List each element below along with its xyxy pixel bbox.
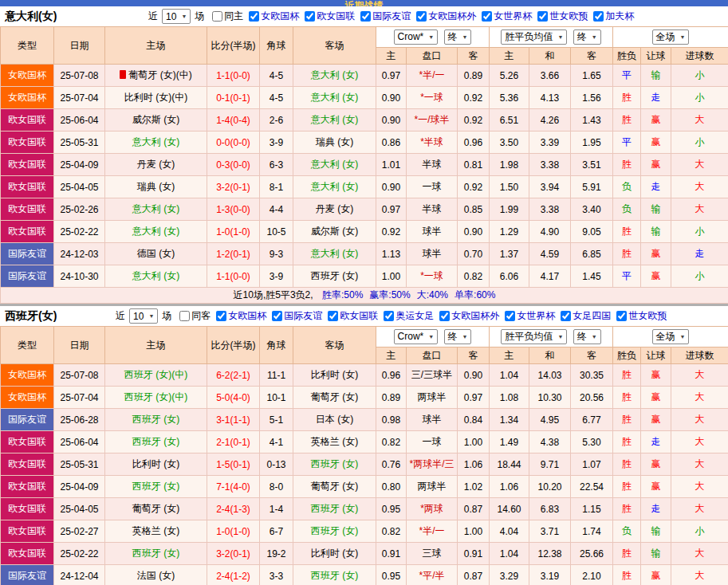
competition-checkbox[interactable] (561, 311, 571, 321)
competition-filter[interactable]: 国际友谊 (360, 10, 411, 23)
home-team-name[interactable]: 比利时 (女) (132, 458, 179, 469)
bookmaker-select[interactable]: Crow*▼ (394, 329, 439, 344)
competition-filter[interactable]: 女足四国 (561, 309, 611, 323)
home-team-name[interactable]: 丹麦 (女) (137, 159, 175, 170)
competition-filter[interactable]: 女欧国杯外 (416, 10, 476, 23)
home-team-name[interactable]: 瑞典 (女) (137, 181, 175, 192)
competition-filter[interactable]: 加夫杯 (593, 10, 634, 23)
competition-checkbox[interactable] (360, 11, 371, 22)
competition-filter[interactable]: 女世界杯 (482, 10, 532, 23)
odds-avg-select[interactable]: 胜平负均值▼ (501, 29, 567, 45)
competition-filter[interactable]: 女欧国杯 (216, 309, 266, 323)
home-team-name[interactable]: 意大利 (女) (132, 203, 179, 214)
home-team-name[interactable]: 意大利 (女) (132, 226, 179, 237)
scope-select[interactable]: 全场▼ (652, 329, 690, 344)
away-team-name[interactable]: 日本 (女) (316, 414, 353, 425)
away-team-name[interactable]: 意大利 (女) (311, 114, 358, 125)
bookmaker-select[interactable]: Crow*▼ (394, 29, 439, 45)
match-score[interactable]: 1-1(0-0) (207, 265, 260, 288)
away-team-name[interactable]: 比利时 (女) (311, 369, 358, 380)
odds-avg-select[interactable]: 胜平负均值▼ (501, 329, 567, 344)
same-filter[interactable]: 同客 (179, 309, 211, 323)
away-team-name[interactable]: 比利时 (女) (311, 548, 358, 559)
competition-checkbox[interactable] (482, 11, 492, 22)
home-team-name[interactable]: 比利时 (女)(中) (124, 92, 187, 103)
match-score[interactable]: 1-1(0-0) (207, 65, 260, 87)
away-team-name[interactable]: 西班牙 (女) (311, 503, 358, 514)
top-nav-bar[interactable]: 近期战绩 (0, 0, 728, 6)
away-team-name[interactable]: 威尔斯 (女) (311, 226, 358, 237)
competition-filter[interactable]: 女欧国杯 (249, 10, 299, 23)
home-team-name[interactable]: 葡萄牙 (女) (132, 503, 179, 514)
away-team-name[interactable]: 意大利 (女) (311, 159, 358, 170)
match-score[interactable]: 3-2(0-1) (207, 543, 260, 565)
home-team-name[interactable]: 葡萄牙 (女)(中) (128, 69, 191, 80)
odds-time-select[interactable]: 终▼ (573, 29, 601, 45)
competition-filter[interactable]: 欧女国联 (305, 10, 355, 23)
competition-filter[interactable]: 女欧国杯外 (439, 309, 499, 323)
competition-filter[interactable]: 女世界杯 (505, 309, 555, 323)
match-score[interactable]: 1-0(1-0) (207, 520, 260, 543)
home-team-name[interactable]: 英格兰 (女) (132, 525, 179, 536)
away-team-name[interactable]: 丹麦 (女) (316, 203, 353, 214)
match-score[interactable]: 1-4(0-4) (207, 109, 260, 132)
home-team-name[interactable]: 威尔斯 (女) (132, 114, 179, 125)
away-team-name[interactable]: 葡萄牙 (女) (311, 391, 358, 402)
home-team-name[interactable]: 意大利 (女) (132, 136, 179, 147)
match-score[interactable]: 1-5(0-1) (207, 453, 260, 476)
match-score[interactable]: 7-1(4-0) (207, 476, 260, 498)
competition-filter[interactable]: 世女欧预 (537, 10, 588, 23)
match-score[interactable]: 1-3(0-0) (207, 198, 260, 221)
competition-checkbox[interactable] (305, 11, 315, 22)
match-score[interactable]: 0-3(0-0) (207, 154, 260, 176)
same-filter-checkbox[interactable] (212, 11, 222, 22)
competition-checkbox[interactable] (593, 11, 604, 22)
match-score[interactable]: 1-2(0-1) (207, 243, 260, 265)
away-team-name[interactable]: 意大利 (女) (311, 181, 358, 192)
competition-filter[interactable]: 国际友谊 (272, 309, 322, 323)
same-filter[interactable]: 同主 (212, 10, 243, 23)
competition-checkbox[interactable] (249, 11, 259, 22)
home-team-name[interactable]: 意大利 (女) (132, 270, 179, 281)
competition-checkbox[interactable] (505, 311, 515, 321)
bookmaker-time-select[interactable]: 终▼ (444, 29, 472, 45)
competition-checkbox[interactable] (328, 311, 338, 321)
competition-filter[interactable]: 欧女国联 (328, 309, 378, 323)
away-team-name[interactable]: 英格兰 (女) (311, 436, 358, 447)
away-team-name[interactable]: 西班牙 (女) (311, 270, 358, 281)
competition-checkbox[interactable] (439, 311, 450, 321)
match-score[interactable]: 2-4(1-3) (207, 498, 260, 520)
home-team-name[interactable]: 西班牙 (女)(中) (124, 369, 187, 380)
competition-filter[interactable]: 奥运女足 (384, 309, 434, 323)
match-score[interactable]: 3-1(1-1) (207, 409, 260, 431)
competition-filter[interactable]: 世女欧预 (616, 309, 667, 323)
match-score[interactable]: 3-2(0-1) (207, 176, 260, 198)
recent-count-select[interactable]: 10▼ (162, 9, 191, 24)
match-score[interactable]: 2-4(1-2) (207, 565, 260, 585)
home-team-name[interactable]: 西班牙 (女) (132, 414, 179, 425)
home-team-name[interactable]: 西班牙 (女)(中) (124, 391, 187, 402)
away-team-name[interactable]: 西班牙 (女) (311, 570, 358, 581)
match-score[interactable]: 2-1(0-1) (207, 431, 260, 453)
competition-checkbox[interactable] (384, 311, 394, 321)
home-team-name[interactable]: 西班牙 (女) (132, 481, 179, 492)
odds-time-select[interactable]: 终▼ (573, 329, 601, 344)
competition-checkbox[interactable] (216, 311, 226, 321)
away-team-name[interactable]: 瑞典 (女) (316, 136, 353, 147)
match-score[interactable]: 1-0(1-0) (207, 221, 260, 243)
competition-checkbox[interactable] (416, 11, 427, 22)
bookmaker-time-select[interactable]: 终▼ (444, 329, 472, 344)
away-team-name[interactable]: 意大利 (女) (311, 69, 358, 80)
competition-checkbox[interactable] (272, 311, 282, 321)
away-team-name[interactable]: 西班牙 (女) (311, 525, 358, 536)
competition-checkbox[interactable] (616, 311, 627, 321)
home-team-name[interactable]: 法国 (女) (137, 570, 175, 581)
away-team-name[interactable]: 意大利 (女) (311, 248, 358, 259)
same-filter-checkbox[interactable] (179, 311, 190, 321)
home-team-name[interactable]: 德国 (女) (137, 248, 175, 259)
match-score[interactable]: 6-2(2-1) (207, 364, 260, 387)
away-team-name[interactable]: 西班牙 (女) (311, 458, 358, 469)
match-score[interactable]: 0-1(0-1) (207, 87, 260, 109)
home-team-name[interactable]: 西班牙 (女) (132, 548, 179, 559)
match-score[interactable]: 5-0(4-0) (207, 387, 260, 409)
